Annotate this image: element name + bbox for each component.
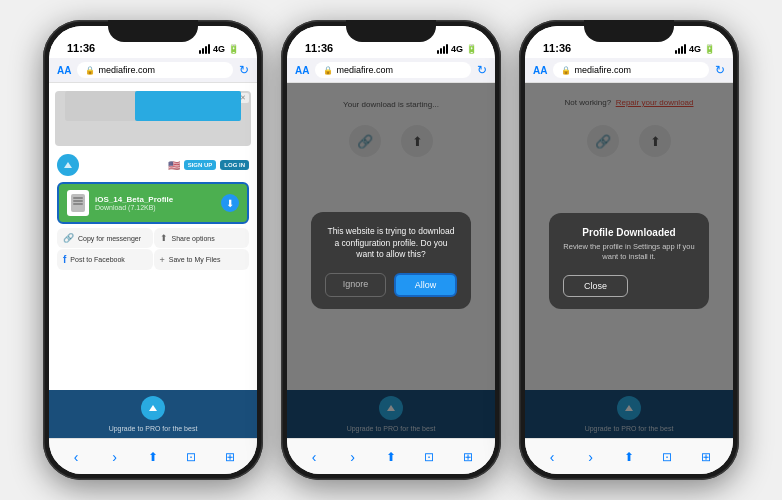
reload-btn-1[interactable]: ↻ — [239, 63, 249, 77]
browser-aa-2[interactable]: AA — [295, 65, 309, 76]
back-btn-1[interactable]: ‹ — [62, 443, 90, 471]
page-content-3: Not working? Repair your download 🔗 ⬆ Pr… — [525, 83, 733, 438]
browser-bar-3: AA 🔒 mediafire.com ↻ — [525, 58, 733, 83]
browser-bar-1: AA 🔒 mediafire.com ↻ — [49, 58, 257, 83]
post-facebook-label: Post to Facebook — [70, 256, 124, 263]
link-icon: 🔗 — [63, 233, 74, 243]
status-time-3: 11:36 — [543, 42, 571, 54]
copy-messenger-label: Copy for messenger — [78, 235, 141, 242]
config-download-dialog: This website is trying to download a con… — [311, 212, 471, 310]
share-btn-3[interactable]: ⬆ — [615, 443, 643, 471]
notch-2 — [346, 20, 436, 42]
network-label-1: 4G — [213, 44, 225, 54]
bottom-nav-1: ‹ › ⬆ ⊡ ⊞ — [49, 438, 257, 474]
allow-btn[interactable]: Allow — [394, 273, 457, 297]
post-facebook-btn[interactable]: f Post to Facebook — [57, 249, 153, 270]
dialog-overlay-3: Profile Downloaded Review the profile in… — [525, 83, 733, 438]
share-options-label: Share options — [172, 235, 215, 242]
battery-2: 🔋 — [466, 44, 477, 54]
browser-aa-1[interactable]: AA — [57, 65, 71, 76]
signal-icon-1 — [199, 44, 210, 54]
forward-btn-2[interactable]: › — [339, 443, 367, 471]
bottom-nav-2: ‹ › ⬆ ⊡ ⊞ — [287, 438, 495, 474]
mf-logo-1 — [57, 154, 79, 176]
share-icon-1: ⬆ — [160, 233, 168, 243]
url-bar-1[interactable]: 🔒 mediafire.com — [77, 62, 233, 78]
download-name-1: iOS_14_Beta_Profile — [95, 195, 215, 204]
page-content-2: Your download is starting... 🔗 ⬆ This we… — [287, 83, 495, 438]
phone-2: 11:36 4G 🔋 AA 🔒 mediafire.com ↻ — [281, 20, 501, 480]
dialog-buttons-2: Ignore Allow — [325, 273, 457, 297]
screen-1: 11:36 4G 🔋 AA 🔒 mediafire.com ↻ — [49, 26, 257, 474]
battery-3: 🔋 — [704, 44, 715, 54]
save-files-btn[interactable]: + Save to My Files — [154, 249, 250, 270]
file-icon-1 — [67, 190, 89, 216]
ignore-btn[interactable]: Ignore — [325, 273, 386, 297]
download-box-1[interactable]: iOS_14_Beta_Profile Download (7.12KB) ⬇ — [57, 182, 249, 224]
profile-downloaded-dialog: Profile Downloaded Review the profile in… — [549, 213, 709, 309]
copy-messenger-btn[interactable]: 🔗 Copy for messenger — [57, 228, 153, 248]
close-btn[interactable]: Close — [563, 275, 628, 297]
back-btn-3[interactable]: ‹ — [538, 443, 566, 471]
network-label-2: 4G — [451, 44, 463, 54]
facebook-icon: f — [63, 254, 66, 265]
network-label-3: 4G — [689, 44, 701, 54]
url-bar-2[interactable]: 🔒 mediafire.com — [315, 62, 471, 78]
profile-dialog-title: Profile Downloaded — [563, 227, 695, 238]
status-icons-1: 4G 🔋 — [199, 44, 239, 54]
tabs-btn-2[interactable]: ⊞ — [454, 443, 482, 471]
url-text-3: mediafire.com — [574, 65, 631, 75]
screen-3: 11:36 4G 🔋 AA 🔒 mediafire.com ↻ — [525, 26, 733, 474]
lock-icon-2: 🔒 — [323, 66, 333, 75]
tabs-btn-3[interactable]: ⊞ — [692, 443, 720, 471]
status-icons-2: 4G 🔋 — [437, 44, 477, 54]
screen-2: 11:36 4G 🔋 AA 🔒 mediafire.com ↻ — [287, 26, 495, 474]
bookmarks-btn-1[interactable]: ⊡ — [177, 443, 205, 471]
bottom-nav-3: ‹ › ⬆ ⊡ ⊞ — [525, 438, 733, 474]
lock-icon-1: 🔒 — [85, 66, 95, 75]
url-bar-3[interactable]: 🔒 mediafire.com — [553, 62, 709, 78]
plus-icon-1: + — [160, 255, 165, 265]
notch-1 — [108, 20, 198, 42]
browser-bar-2: AA 🔒 mediafire.com ↻ — [287, 58, 495, 83]
upgrade-text-1: Upgrade to PRO for the best — [109, 425, 198, 432]
status-time-2: 11:36 — [305, 42, 333, 54]
dialog-message-2: This website is trying to download a con… — [325, 226, 457, 262]
url-text-2: mediafire.com — [336, 65, 393, 75]
browser-aa-3[interactable]: AA — [533, 65, 547, 76]
reload-btn-3[interactable]: ↻ — [715, 63, 725, 77]
back-btn-2[interactable]: ‹ — [300, 443, 328, 471]
page-content-1: AD ✕ 🇺🇸 SIGN UP LOG IN — [49, 83, 257, 438]
signal-icon-2 — [437, 44, 448, 54]
action-grid-1: 🔗 Copy for messenger ⬆ Share options f P… — [57, 228, 249, 270]
forward-btn-1[interactable]: › — [101, 443, 129, 471]
share-btn-1[interactable]: ⬆ — [139, 443, 167, 471]
download-arrow-1[interactable]: ⬇ — [221, 194, 239, 212]
download-size-1: Download (7.12KB) — [95, 204, 215, 211]
url-text-1: mediafire.com — [98, 65, 155, 75]
bookmarks-btn-2[interactable]: ⊡ — [415, 443, 443, 471]
status-icons-3: 4G 🔋 — [675, 44, 715, 54]
phone-1: 11:36 4G 🔋 AA 🔒 mediafire.com ↻ — [43, 20, 263, 480]
upgrade-banner-1: Upgrade to PRO for the best — [49, 390, 257, 438]
reload-btn-2[interactable]: ↻ — [477, 63, 487, 77]
share-options-btn[interactable]: ⬆ Share options — [154, 228, 250, 248]
profile-dialog-subtitle: Review the profile in Settings app if yo… — [563, 242, 695, 263]
ad-banner-1: AD ✕ — [55, 91, 251, 146]
download-info-1: iOS_14_Beta_Profile Download (7.12KB) — [95, 195, 215, 211]
lock-icon-3: 🔒 — [561, 66, 571, 75]
dialog-overlay-2: This website is trying to download a con… — [287, 83, 495, 438]
login-btn-1[interactable]: LOG IN — [220, 160, 249, 170]
share-btn-2[interactable]: ⬆ — [377, 443, 405, 471]
tabs-btn-1[interactable]: ⊞ — [216, 443, 244, 471]
flag-icon-1: 🇺🇸 — [168, 160, 180, 171]
signal-icon-3 — [675, 44, 686, 54]
forward-btn-3[interactable]: › — [577, 443, 605, 471]
status-time-1: 11:36 — [67, 42, 95, 54]
signup-btn-1[interactable]: SIGN UP — [184, 160, 217, 170]
battery-1: 🔋 — [228, 44, 239, 54]
bookmarks-btn-3[interactable]: ⊡ — [653, 443, 681, 471]
save-files-label: Save to My Files — [169, 256, 221, 263]
phone-3: 11:36 4G 🔋 AA 🔒 mediafire.com ↻ — [519, 20, 739, 480]
upgrade-logo-1 — [141, 396, 165, 420]
